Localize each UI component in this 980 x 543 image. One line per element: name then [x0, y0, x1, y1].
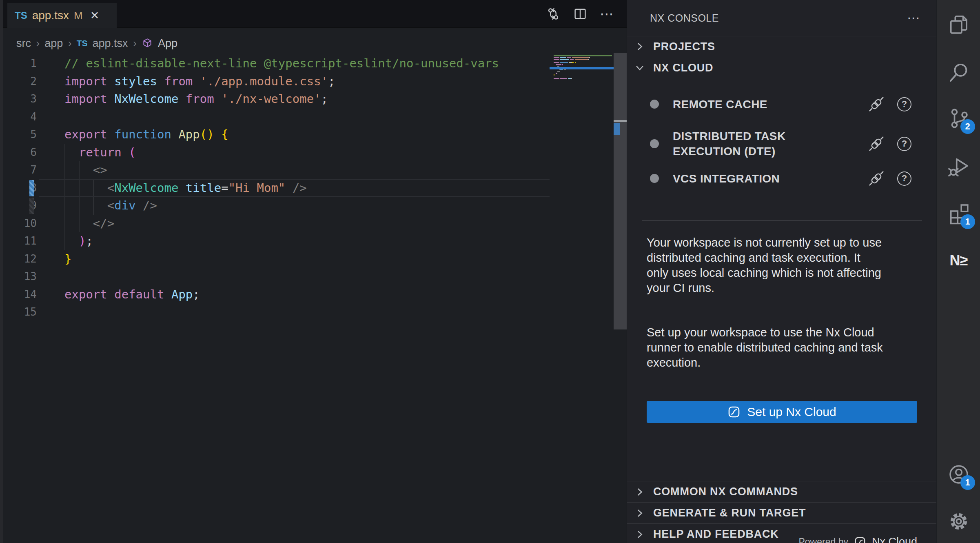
code-token: styles [114, 74, 157, 88]
code-token: './app.module.css' [200, 74, 328, 88]
code-token [122, 145, 129, 159]
line-number[interactable]: 7 [3, 161, 37, 179]
account-icon[interactable]: 1 [947, 463, 970, 486]
explorer-icon[interactable] [947, 13, 970, 36]
minimap-line [554, 73, 557, 74]
line-number[interactable]: 10 [3, 215, 37, 233]
section-label: HELP AND FEEDBACK [653, 528, 779, 541]
code-token [285, 181, 292, 195]
code-token: = [221, 181, 228, 195]
run-debug-icon[interactable] [947, 155, 970, 178]
code-token: NxWelcome [114, 92, 178, 106]
code-token [107, 127, 114, 141]
nx-console-icon[interactable]: N≥ [947, 249, 970, 272]
line-number[interactable]: 2 [3, 73, 37, 91]
code-line[interactable]: 12} [3, 250, 550, 268]
code-token [64, 216, 93, 230]
help-icon[interactable]: ? [897, 171, 911, 186]
tab-app-tsx[interactable]: TS app.tsx M ✕ [7, 3, 117, 28]
minimap-line [554, 71, 560, 72]
open-changes-icon[interactable] [546, 7, 561, 21]
code-token [107, 92, 114, 106]
section-generate-run-target[interactable]: GENERATE & RUN TARGET [627, 502, 936, 523]
symbol-method-icon [142, 38, 153, 49]
breadcrumb-file[interactable]: app.tsx [93, 37, 128, 50]
code-line[interactable]: 4 [3, 108, 550, 126]
connect-icon[interactable] [868, 136, 885, 152]
code-line[interactable]: 5export function App() { [3, 126, 550, 144]
code-token: title [186, 181, 221, 195]
scrollbar-thumb[interactable] [614, 53, 627, 329]
extensions-badge: 1 [960, 214, 975, 229]
line-number[interactable]: 15 [3, 303, 37, 321]
section-help-and-feedback[interactable]: HELP AND FEEDBACK [627, 523, 936, 543]
code-line[interactable]: 9 <div /> [3, 197, 550, 215]
line-number[interactable]: 6 [3, 144, 37, 162]
settings-gear-icon[interactable] [947, 510, 970, 533]
code-token: export [64, 287, 107, 301]
setup-instruction-text: Set up your workspace to use the Nx Clou… [647, 325, 924, 370]
code-line[interactable]: 2import styles from './app.module.css'; [3, 73, 550, 91]
code-line[interactable]: 7 <> [3, 161, 550, 179]
line-number[interactable]: 3 [3, 90, 37, 108]
breadcrumb: src › app › TS app.tsx › App [16, 32, 177, 55]
code-token [164, 287, 171, 301]
code-line[interactable]: 13 [3, 268, 550, 286]
section-nx-cloud[interactable]: NX CLOUD [627, 57, 936, 78]
minimap[interactable] [550, 55, 614, 108]
overview-ruler-modified-mark [614, 123, 620, 135]
divider [642, 220, 922, 221]
search-icon[interactable] [947, 61, 970, 84]
tab-label: app.tsx [32, 9, 69, 22]
breadcrumb-symbol-app[interactable]: App [158, 37, 177, 50]
section-label: PROJECTS [653, 40, 715, 53]
section-projects[interactable]: PROJECTS [627, 36, 936, 57]
code-line[interactable]: 8 <NxWelcome title="Hi Mom" /> [3, 179, 550, 197]
code-token: ) [79, 234, 86, 248]
code-line[interactable]: 3import NxWelcome from './nx-welcome'; [3, 90, 550, 108]
code-token: ; [328, 74, 335, 88]
section-label: NX CLOUD [653, 62, 713, 74]
more-actions-icon[interactable]: ⋯ [600, 7, 614, 21]
code-token: } [64, 252, 71, 266]
code-line[interactable]: 1// eslint-disable-next-line @typescript… [3, 55, 550, 73]
line-number[interactable]: 13 [3, 268, 37, 286]
code-token: from [186, 92, 214, 106]
line-number[interactable]: 11 [3, 232, 37, 250]
code-line[interactable]: 15 [3, 303, 550, 321]
minimap-line [554, 78, 572, 79]
section-common-nx-commands[interactable]: COMMON NX COMMANDS [627, 481, 936, 502]
setup-nx-cloud-button[interactable]: Set up Nx Cloud [647, 401, 917, 423]
help-icon[interactable]: ? [897, 97, 911, 111]
code-line[interactable]: 6 return ( [3, 144, 550, 162]
help-icon[interactable]: ? [897, 137, 911, 151]
line-number[interactable]: 14 [3, 286, 37, 304]
code-token: default [114, 287, 164, 301]
minimap-line [554, 55, 612, 56]
cloud-feature-label: VCS INTEGRATION [673, 171, 852, 186]
code-line[interactable]: 14export default App; [3, 286, 550, 304]
code-token: div [114, 198, 135, 212]
line-number[interactable]: 4 [3, 108, 37, 126]
line-number[interactable]: 12 [3, 250, 37, 268]
line-number[interactable]: 5 [3, 126, 37, 144]
code-token: ; [193, 287, 200, 301]
connect-icon[interactable] [868, 170, 885, 187]
line-number[interactable]: 1 [3, 55, 37, 73]
breadcrumb-separator: › [36, 37, 40, 50]
panel-more-actions-icon[interactable]: ⋯ [907, 10, 921, 26]
close-icon[interactable]: ✕ [90, 9, 100, 22]
breadcrumb-src[interactable]: src [16, 37, 31, 50]
typescript-file-icon: TS [77, 38, 88, 48]
split-editor-icon[interactable] [573, 7, 588, 21]
extensions-icon[interactable]: 1 [947, 202, 970, 225]
code-line[interactable]: 10 </> [3, 215, 550, 233]
minimap-line [554, 62, 576, 63]
code-editor[interactable]: 1// eslint-disable-next-line @typescript… [3, 55, 550, 321]
chevron-right-icon [634, 528, 646, 541]
breadcrumb-app[interactable]: app [44, 37, 63, 50]
source-control-icon[interactable]: 2 [947, 107, 970, 130]
code-line[interactable]: 11 ); [3, 232, 550, 250]
connect-icon[interactable] [868, 96, 885, 112]
code-token: ; [86, 234, 93, 248]
